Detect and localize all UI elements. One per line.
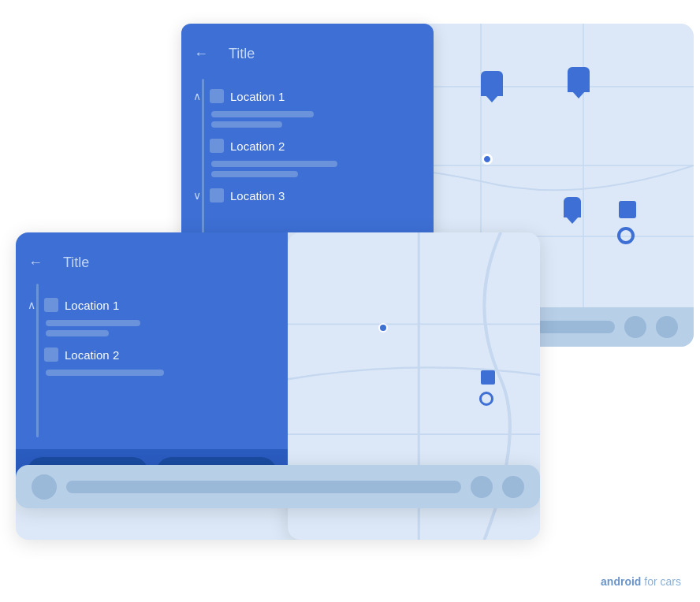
location-3-label: Location 3 [230, 189, 285, 203]
watermark-rest: for cars [641, 575, 681, 588]
panel2-location-2-checkbox[interactable] [44, 347, 58, 362]
map-square-1 [619, 201, 636, 218]
back-arrow-icon[interactable]: ← [194, 46, 208, 62]
location-1-sub-lines [211, 111, 424, 128]
front-bottom-circle-right2 [502, 476, 524, 498]
front-bottom-circle-right1 [471, 476, 493, 498]
list-section-1: ∧ Location 1 [191, 84, 424, 128]
sub-line-2a [211, 161, 337, 167]
list-section-2: Location 2 [191, 134, 424, 177]
panel2-sub-line-1a [46, 320, 140, 326]
bottom-bar-circle-right1 [624, 316, 646, 338]
sub-line-2b [211, 171, 298, 177]
location-2-checkbox[interactable] [210, 139, 224, 153]
map-ring-1 [617, 227, 635, 244]
map-pin-3 [564, 197, 581, 217]
sub-line-1b [211, 121, 282, 128]
map-dot-1 [482, 154, 493, 165]
front-bottom-pill [66, 481, 461, 493]
panel2-list-item-2-header[interactable]: Location 2 [25, 343, 278, 366]
panel2-title: Title [50, 243, 102, 282]
panel-title: Title [216, 35, 267, 73]
panel2-location-1-label: Location 1 [65, 299, 119, 312]
location-1-checkbox[interactable] [210, 89, 224, 103]
front-map-square [481, 370, 495, 385]
panel2-back-arrow-icon[interactable]: ← [28, 255, 43, 271]
panel2-location-2-sub-lines [46, 370, 278, 376]
bottom-bar-circle-right2 [656, 316, 678, 338]
panel2-location-1-sub-lines [46, 320, 278, 336]
list-item-2-header[interactable]: Location 2 [191, 134, 424, 158]
panel2-location-2-label: Location 2 [65, 348, 119, 362]
map-pin-2 [568, 67, 590, 92]
map-pin-1 [481, 71, 503, 96]
panel2-header: ← Title [16, 232, 288, 293]
location-2-label: Location 2 [230, 139, 285, 153]
panel2-list-section-1: ∧ Location 1 [25, 293, 278, 336]
sub-line-1a [211, 111, 314, 117]
panel2-location-1-checkbox[interactable] [44, 298, 58, 312]
panel2-sub-line-2a [46, 370, 164, 376]
front-bottom-circle-left [32, 474, 57, 500]
front-map-dot [378, 323, 388, 333]
panel2-list-divider [36, 284, 39, 437]
panel-header: ← Title [181, 24, 434, 84]
card-front: ← Title ∧ Location 1 [16, 232, 540, 540]
panel2-list-item-1-header[interactable]: ∧ Location 1 [25, 293, 278, 317]
list-section-3: ∨ Location 3 [191, 184, 424, 207]
location-1-label: Location 1 [230, 90, 285, 103]
front-card-bottom-bar [16, 465, 540, 508]
list-item-3-header[interactable]: ∨ Location 3 [191, 184, 424, 207]
watermark-bold: android [601, 575, 641, 588]
panel-list-main: ∧ Location 1 Location 2 ∨ [181, 84, 434, 207]
list-divider [202, 79, 204, 252]
panel2-list-section-2: Location 2 [25, 343, 278, 376]
location-2-sub-lines [211, 161, 424, 177]
watermark: android for cars [601, 575, 681, 588]
list-item-1-header[interactable]: ∧ Location 1 [191, 84, 424, 108]
panel2-sub-line-1b [46, 330, 109, 336]
panel2-list: ∧ Location 1 Location 2 [16, 293, 288, 376]
front-map-ring [479, 392, 493, 406]
location-3-checkbox[interactable] [210, 188, 224, 203]
